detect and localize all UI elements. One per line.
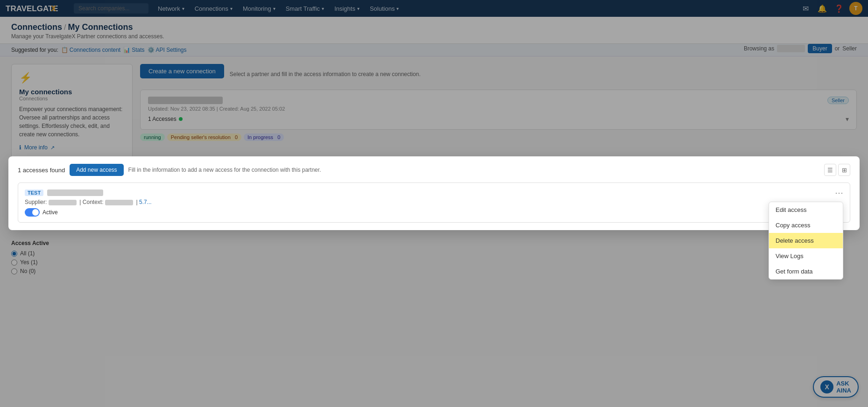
list-view-icon[interactable]: ☰ [824,164,836,176]
modal-overlay: 1 accesses found Add new access Fill in … [0,0,868,282]
add-new-access-button[interactable]: Add new access [70,164,123,176]
get-form-data-label: Get form data [776,268,812,275]
access-menu-button[interactable]: ⋯ [835,189,843,197]
supplier-value [49,200,77,205]
ctx-get-form-data[interactable]: Get form data [769,264,843,279]
id-link[interactable]: 5.7... [139,199,152,205]
context-menu: Edit access Copy access Delete access [769,202,843,280]
access-details: Supplier: | Context: | 5.7... [25,199,843,205]
modal-hint: Fill in the information to add a new acc… [128,167,321,173]
access-top: TEST ⋯ [25,189,843,197]
ctx-edit-access[interactable]: Edit access [769,202,843,218]
view-logs-label: View Logs [776,253,804,260]
delete-access-label: Delete access [776,237,814,244]
test-badge: TEST [25,189,43,196]
ctx-delete-access[interactable]: Delete access [769,233,843,248]
active-label: Active [42,209,58,216]
access-name [47,189,103,196]
ctx-copy-access[interactable]: Copy access [769,218,843,233]
copy-access-label: Copy access [776,222,810,229]
ctx-view-logs[interactable]: View Logs [769,248,843,264]
grid-view-icon[interactable]: ⊞ [838,164,850,176]
access-row: TEST ⋯ Supplier: | Context: | 5.7... Act… [18,182,850,223]
edit-access-label: Edit access [776,206,806,213]
accesses-modal: 1 accesses found Add new access Fill in … [8,156,860,230]
active-row: Active [25,208,843,217]
context-value [105,200,133,205]
count-text: 1 accesses found [18,167,65,174]
view-toggle: ☰ ⊞ [824,164,850,176]
active-toggle[interactable] [25,208,40,217]
accesses-found-count: 1 accesses found [18,167,65,174]
modal-top-row: 1 accesses found Add new access Fill in … [18,164,850,176]
